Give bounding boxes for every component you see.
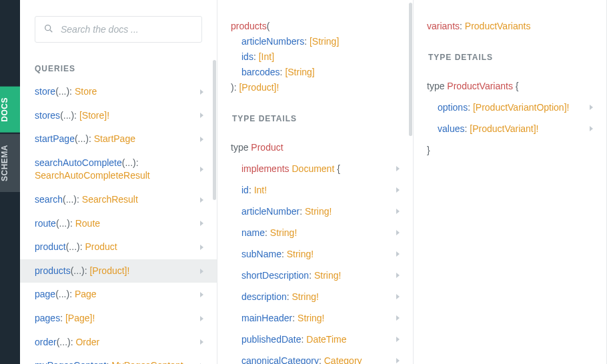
type-field[interactable]: name: String! [217, 222, 413, 243]
query-item[interactable]: myPagesContent: MyPagesContent [20, 354, 217, 364]
query-args: (...): [56, 218, 75, 229]
colon: : [253, 51, 259, 62]
query-type: MyPagesContent [111, 360, 183, 364]
field-name: canonicalCategory [241, 355, 319, 364]
chevron-right-icon [200, 339, 203, 345]
chevron-right-icon [396, 209, 400, 214]
query-type: SearchAutoCompleteResult [35, 170, 150, 181]
arg-name: ids [241, 51, 253, 62]
query-item[interactable]: searchAutoComplete(...): SearchAutoCompl… [20, 151, 217, 188]
queries-panel: QUERIES store(...): Storestores(...): [S… [20, 0, 217, 364]
open-brace: { [516, 81, 519, 91]
chevron-right-icon [200, 113, 203, 118]
field-name: shortDescription [241, 270, 309, 281]
colon: : [468, 102, 473, 113]
chevron-right-icon [590, 105, 593, 110]
field-type: Category [324, 355, 362, 364]
type-field[interactable]: shortDescription: String! [217, 265, 413, 286]
close-brace-line: } [414, 139, 606, 161]
field-type: String! [287, 249, 314, 259]
type-field[interactable]: publishedDate: DateTime [217, 329, 413, 350]
query-type: Store [75, 86, 97, 97]
field-type: DateTime [306, 334, 346, 345]
colon: : [319, 355, 324, 364]
chevron-right-icon [396, 273, 400, 278]
query-item[interactable]: pages: [Page]! [20, 307, 217, 331]
query-name: products [35, 265, 71, 276]
queries-heading: QUERIES [20, 55, 217, 80]
implements-keyword: implements [241, 163, 289, 174]
type-panel: products( articleNumbers: [String]ids: [… [217, 0, 414, 364]
type-decl: type Product [217, 137, 413, 158]
query-args: (...): [63, 194, 82, 205]
type-field[interactable]: articleNumber: String! [217, 201, 413, 222]
right-root: variants [427, 21, 460, 31]
chevron-right-icon [396, 294, 400, 299]
chevron-right-icon [396, 251, 400, 257]
chevron-right-icon [200, 137, 203, 142]
type-field[interactable]: options: [ProductVariantOption]! [414, 97, 606, 118]
query-item[interactable]: order(...): Order [20, 331, 217, 355]
field-name: subName [241, 249, 281, 259]
field-name: description [241, 291, 287, 302]
chevron-right-icon [396, 230, 400, 235]
query-args: (...): [66, 241, 85, 252]
colon: : [304, 36, 310, 47]
field-name: id [241, 185, 249, 195]
search-box[interactable] [35, 16, 202, 43]
tab-docs[interactable]: DOCS [0, 87, 20, 133]
field-name: name [241, 227, 265, 238]
chevron-right-icon [396, 166, 400, 171]
query-type: Route [75, 218, 100, 229]
tab-schema[interactable]: SCHEMA [0, 134, 20, 192]
query-item[interactable]: route(...): Route [20, 212, 217, 236]
signature-arg: barcodes: [String] [231, 65, 400, 80]
chevron-right-icon [200, 316, 203, 321]
query-type: StartPage [94, 133, 135, 144]
query-item[interactable]: store(...): Store [20, 80, 217, 104]
colon: : [299, 206, 305, 217]
chevron-right-icon [200, 269, 203, 274]
chevron-right-icon [200, 221, 203, 226]
query-item[interactable]: stores(...): [Store]! [20, 104, 217, 128]
right-signature: variants: ProductVariants [414, 0, 606, 43]
signature-root: products [231, 21, 267, 31]
arg-type: [String] [310, 36, 339, 47]
type-field[interactable]: values: [ProductVariant]! [414, 118, 606, 139]
query-type: [Store]! [79, 110, 109, 121]
query-item[interactable]: search(...): SearchResult [20, 188, 217, 212]
query-name: search [35, 194, 63, 205]
implements-line[interactable]: implements Document { [217, 158, 413, 179]
query-item[interactable]: product(...): Product [20, 235, 217, 259]
svg-point-0 [45, 25, 51, 30]
type-field[interactable]: mainHeader: String! [217, 307, 413, 329]
query-type: SearchResult [82, 194, 138, 205]
type-field[interactable]: subName: String! [217, 243, 413, 265]
queries-list: store(...): Storestores(...): [Store]!st… [20, 80, 217, 364]
field-name: publishedDate [241, 334, 301, 345]
search-input[interactable] [61, 24, 193, 35]
query-item[interactable]: page(...): Page [20, 283, 217, 307]
query-type: Order [75, 337, 99, 347]
type-field[interactable]: id: Int! [217, 179, 413, 201]
arg-name: barcodes [241, 67, 280, 77]
right-type-decl: type ProductVariants { [414, 75, 606, 97]
side-rail: DOCS SCHEMA [0, 0, 20, 364]
type-name: ProductVariants [447, 81, 513, 91]
query-type: [Page]! [65, 313, 95, 323]
field-name: articleNumber [241, 206, 299, 217]
query-item[interactable]: startPage(...): StartPage [20, 127, 217, 151]
query-name: pages [35, 313, 60, 323]
type-field[interactable]: canonicalCategory: Category [217, 350, 413, 364]
query-name: route [35, 218, 56, 229]
query-name: order [35, 337, 57, 347]
query-args: (...): [55, 86, 75, 97]
query-args: (...): [55, 289, 75, 299]
query-item[interactable]: products(...): [Product]! [20, 259, 217, 283]
field-type: String! [305, 206, 332, 217]
type-field[interactable]: description: String! [217, 286, 413, 307]
query-args: : [60, 313, 65, 323]
query-args: (...): [71, 265, 90, 276]
colon: : [281, 249, 287, 259]
field-type: String! [270, 227, 297, 238]
